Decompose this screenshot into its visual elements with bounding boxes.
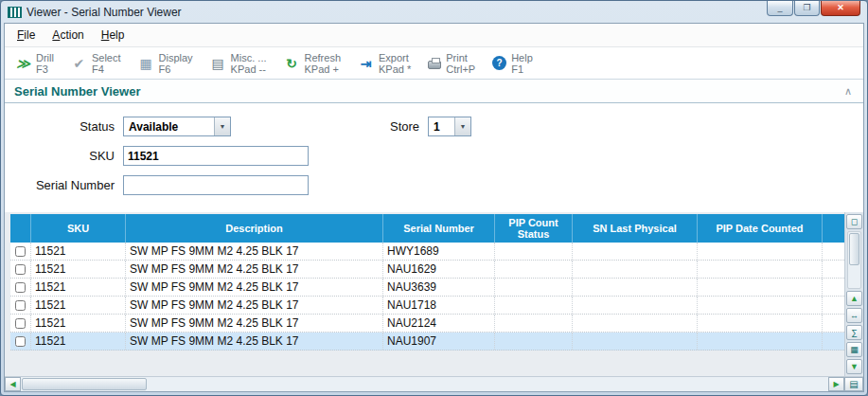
table-row[interactable]: 11521SW MP FS 9MM M2 4.25 BLK 17NAU3639 — [10, 279, 844, 297]
row-checkbox-cell — [10, 243, 31, 260]
cell-filler — [823, 315, 844, 332]
sku-input[interactable] — [123, 146, 309, 166]
maximize-button[interactable]: ❐ — [794, 1, 820, 16]
cell-date — [698, 279, 823, 296]
menu-action[interactable]: Action — [44, 26, 92, 45]
menubar: File Action Help — [5, 24, 863, 47]
row-checkbox-cell — [10, 261, 31, 278]
cell-filler — [823, 333, 844, 350]
status-dropdown[interactable]: Available ▼ — [123, 117, 231, 136]
cell-desc: SW MP FS 9MM M2 4.25 BLK 17 — [126, 315, 383, 332]
export-label: Export — [379, 52, 411, 63]
cell-serial: NAU1907 — [383, 333, 495, 350]
results-grid: SKU Description Serial Number PIP Count … — [5, 212, 844, 376]
refresh-button[interactable]: ↻ RefreshKPad + — [277, 49, 352, 78]
export-key: KPad * — [379, 63, 411, 75]
app-icon — [8, 7, 22, 18]
column-header-sku[interactable]: SKU — [31, 214, 126, 243]
table-row[interactable]: 11521SW MP FS 9MM M2 4.25 BLK 17NAU1718 — [10, 297, 844, 315]
vertical-tool-strip: ◻ ▲ ↔ ∑ ▦ ▼ — [844, 212, 863, 376]
help-key: F1 — [511, 63, 533, 75]
misc-button[interactable]: ▤ Misc. ...KPad -- — [204, 49, 277, 78]
cell-sn — [573, 279, 698, 296]
fit-columns-button[interactable]: ↔ — [846, 308, 862, 323]
display-grid-icon: ▦ — [138, 56, 154, 71]
display-label: Display — [159, 52, 193, 63]
select-button[interactable]: ✔ SelectF4 — [64, 49, 132, 78]
cell-sku: 11521 — [31, 333, 126, 350]
column-header-description[interactable]: Description — [126, 214, 383, 243]
cell-serial: NAU1629 — [383, 261, 495, 278]
grid-export-button[interactable]: ▦ — [846, 342, 862, 357]
scroll-down-button[interactable]: ▼ — [846, 359, 862, 374]
serial-number-input[interactable] — [123, 175, 309, 195]
drill-button[interactable]: ≫ DrillF3 — [9, 49, 64, 78]
titlebar[interactable]: Viewer - Serial Number Viewer _ ❐ ✕ — [4, 1, 864, 23]
scroll-up-button[interactable]: ▲ — [846, 291, 862, 306]
status-value: Available — [124, 120, 214, 134]
scroll-left-button[interactable]: ◀ — [5, 377, 21, 391]
vertical-scroll-thumb[interactable] — [849, 233, 859, 265]
table-row[interactable]: 11521SW MP FS 9MM M2 4.25 BLK 17NAU1907 — [10, 333, 844, 351]
column-header-pip-date-counted[interactable]: PIP Date Counted — [698, 214, 823, 243]
printer-icon — [428, 61, 441, 69]
scroll-right-button[interactable]: ▶ — [828, 377, 844, 391]
horizontal-scroll-thumb[interactable] — [22, 378, 147, 390]
row-checkbox[interactable] — [15, 246, 26, 257]
cell-sku: 11521 — [31, 297, 126, 314]
cell-pip — [495, 261, 573, 278]
summary-button[interactable]: ∑ — [846, 325, 862, 340]
cell-desc: SW MP FS 9MM M2 4.25 BLK 17 — [126, 297, 383, 314]
misc-label: Misc. ... — [231, 52, 267, 63]
display-button[interactable]: ▦ DisplayF6 — [132, 49, 204, 78]
export-arrow-icon: ⇥ — [358, 56, 374, 71]
display-key: F6 — [159, 63, 193, 75]
print-label: Print — [446, 52, 475, 63]
cell-date — [698, 297, 823, 314]
status-label: Status — [5, 119, 123, 134]
misc-list-icon: ▤ — [210, 56, 226, 71]
cell-sn — [573, 333, 698, 350]
menu-file[interactable]: File — [9, 26, 44, 45]
row-checkbox[interactable] — [15, 282, 26, 293]
cell-pip — [495, 279, 573, 296]
table-row[interactable]: 11521SW MP FS 9MM M2 4.25 BLK 17NAU1629 — [10, 261, 844, 279]
print-button[interactable]: PrintCtrl+P — [421, 49, 486, 78]
row-checkbox-cell — [10, 297, 31, 314]
column-header-serial-number[interactable]: Serial Number — [383, 214, 495, 243]
horizontal-scroll-track[interactable] — [21, 377, 828, 391]
grid-print-button[interactable]: ▤ — [844, 377, 863, 391]
table-row[interactable]: 11521SW MP FS 9MM M2 4.25 BLK 17NAU2124 — [10, 315, 844, 333]
cell-filler — [823, 261, 844, 278]
help-label: Help — [511, 52, 533, 63]
minimize-button[interactable]: _ — [767, 1, 793, 16]
column-header-pip-count-status[interactable]: PIP Count Status — [495, 214, 573, 243]
close-button[interactable]: ✕ — [821, 1, 860, 16]
refresh-icon: ↻ — [284, 56, 300, 71]
grid-maximize-button[interactable]: ◻ — [846, 214, 862, 229]
column-header-sn-last-physical[interactable]: SN Last Physical — [573, 214, 698, 243]
collapse-chevron-icon[interactable]: ∧ — [841, 85, 856, 98]
row-checkbox[interactable] — [15, 264, 26, 275]
page-title: Serial Number Viewer — [14, 84, 841, 99]
cell-date — [698, 333, 823, 350]
store-dropdown[interactable]: 1 ▼ — [428, 117, 471, 136]
grid-area: SKU Description Serial Number PIP Count … — [5, 212, 863, 376]
select-label: Select — [92, 52, 121, 63]
table-row[interactable]: 11521SW MP FS 9MM M2 4.25 BLK 17HWY1689 — [10, 243, 844, 261]
cell-pip — [495, 243, 573, 260]
vertical-scrollbar[interactable] — [847, 231, 861, 289]
row-checkbox[interactable] — [15, 336, 26, 347]
cell-desc: SW MP FS 9MM M2 4.25 BLK 17 — [126, 333, 383, 350]
help-button[interactable]: ? HelpF1 — [486, 49, 543, 78]
chevron-down-icon: ▼ — [454, 117, 470, 135]
menu-help[interactable]: Help — [93, 26, 133, 45]
cell-sn — [573, 261, 698, 278]
row-checkbox[interactable] — [15, 300, 26, 311]
export-button[interactable]: ⇥ ExportKPad * — [351, 49, 421, 78]
cell-pip — [495, 297, 573, 314]
refresh-label: Refresh — [305, 52, 342, 63]
cell-pip — [495, 333, 573, 350]
row-checkbox[interactable] — [15, 318, 26, 329]
cell-serial: NAU1718 — [383, 297, 495, 314]
